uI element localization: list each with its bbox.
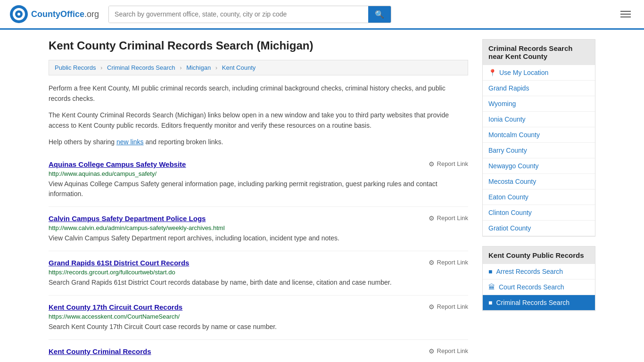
report-icon: ⚙ (429, 214, 435, 222)
result-item: Calvin Campus Safety Department Police L… (49, 207, 468, 251)
result-title[interactable]: Calvin Campus Safety Department Police L… (49, 214, 206, 222)
report-link-btn[interactable]: ⚙ Report Link (429, 303, 468, 311)
logo-icon (9, 5, 28, 24)
report-link-btn[interactable]: ⚙ Report Link (429, 214, 468, 222)
sidebar-nearby-section: Criminal Records Search near Kent County… (482, 39, 595, 237)
result-title[interactable]: Grand Rapids 61St District Court Records (49, 259, 189, 267)
svg-point-3 (17, 13, 20, 16)
court-records-icon: 🏛 (488, 283, 495, 291)
new-links-link[interactable]: new links (116, 138, 144, 146)
report-label: Report Link (437, 303, 468, 310)
result-desc: View Aquinas College Campus Safety gener… (49, 179, 468, 199)
result-header: Calvin Campus Safety Department Police L… (49, 214, 468, 222)
criminal-records-icon: ■ (488, 299, 492, 306)
breadcrumb-kent-county[interactable]: Kent County (222, 64, 256, 71)
report-link-btn[interactable]: ⚙ Report Link (429, 347, 468, 355)
breadcrumb-sep-2: › (180, 64, 182, 71)
result-header: Kent County 17th Circuit Court Records ⚙… (49, 303, 468, 311)
result-url: https://records.grcourt.org/fullcourtweb… (49, 269, 468, 276)
page-title: Kent County Criminal Records Search (Mic… (49, 39, 468, 52)
menu-button[interactable] (617, 9, 635, 19)
result-header: Aquinas College Campus Safety Website ⚙ … (49, 160, 468, 168)
sidebar-link-montcalm-county[interactable]: Montcalm County (483, 127, 595, 143)
sidebar-use-location[interactable]: 📍 Use My Location (483, 65, 595, 81)
result-url: https://www.accesskent.com/CourtNameSear… (49, 313, 468, 320)
search-button[interactable]: 🔍 (368, 6, 391, 23)
sidebar-link-newaygo-county[interactable]: Newaygo County (483, 158, 595, 174)
result-title[interactable]: Kent County 17th Circuit Court Records (49, 303, 182, 311)
use-my-location-link[interactable]: Use My Location (499, 69, 548, 76)
result-header: Grand Rapids 61St District Court Records… (49, 259, 468, 267)
report-icon: ⚙ (429, 259, 435, 266)
sidebar-link-ionia-county[interactable]: Ionia County (483, 112, 595, 127)
sidebar-link-mecosta-county[interactable]: Mecosta County (483, 174, 595, 189)
breadcrumb-michigan[interactable]: Michigan (186, 64, 211, 71)
result-title[interactable]: Kent County Criminal Records (49, 347, 151, 355)
sidebar-link-grand-rapids[interactable]: Grand Rapids (483, 81, 595, 96)
header: CountyOffice.org 🔍 (0, 0, 644, 30)
sidebar-link-clinton-county[interactable]: Clinton County (483, 205, 595, 221)
breadcrumb-sep-1: › (100, 64, 102, 71)
breadcrumb-public-records[interactable]: Public Records (55, 64, 96, 71)
report-icon: ⚙ (429, 160, 435, 168)
result-desc: Search Kent County 17th Circuit Court ca… (49, 322, 468, 332)
result-desc: View Calvin Campus Safety Department rep… (49, 233, 468, 243)
location-pin-icon: 📍 (488, 69, 496, 76)
search-input[interactable] (109, 6, 368, 23)
logo-text: CountyOffice.org (31, 9, 99, 19)
report-label: Report Link (437, 160, 468, 167)
arrest-records-label: Arrest Records Search (496, 268, 563, 275)
sidebar-arrest-records-link[interactable]: ■ Arrest Records Search (483, 264, 595, 280)
main-content: Kent County Criminal Records Search (Mic… (49, 39, 468, 362)
result-item: Kent County Criminal Records ⚙ Report Li… (49, 340, 468, 362)
sidebar-criminal-records-link[interactable]: ■ Criminal Records Search (483, 295, 595, 311)
result-url: http://www.calvin.edu/admin/campus-safet… (49, 224, 468, 231)
result-header: Kent County Criminal Records ⚙ Report Li… (49, 347, 468, 355)
result-item: Aquinas College Campus Safety Website ⚙ … (49, 153, 468, 207)
report-icon: ⚙ (429, 347, 435, 355)
report-label: Report Link (437, 259, 468, 266)
report-label: Report Link (437, 214, 468, 222)
search-bar: 🔍 (108, 6, 391, 23)
sidebar-link-eaton-county[interactable]: Eaton County (483, 189, 595, 205)
breadcrumb-criminal-records-search[interactable]: Criminal Records Search (107, 64, 175, 71)
arrest-records-icon: ■ (488, 268, 492, 275)
criminal-records-label: Criminal Records Search (496, 299, 570, 306)
report-label: Report Link (437, 347, 468, 354)
sidebar: Criminal Records Search near Kent County… (482, 39, 595, 362)
results-list: Aquinas College Campus Safety Website ⚙ … (49, 153, 468, 362)
result-desc: Search Grand Rapids 61st District Court … (49, 278, 468, 288)
sidebar-public-records-title: Kent County Public Records (483, 247, 595, 264)
description-para2: The Kent County Criminal Records Search … (49, 110, 468, 131)
result-item: Kent County 17th Circuit Court Records ⚙… (49, 296, 468, 340)
result-title[interactable]: Aquinas College Campus Safety Website (49, 160, 186, 168)
sidebar-link-barry-county[interactable]: Barry County (483, 143, 595, 158)
sidebar-link-wyoming[interactable]: Wyoming (483, 96, 595, 112)
court-records-label: Court Records Search (499, 283, 564, 291)
sidebar-link-gratiot-county[interactable]: Gratiot County (483, 221, 595, 236)
logo[interactable]: CountyOffice.org (9, 5, 99, 24)
breadcrumb-sep-3: › (215, 64, 217, 71)
content-wrapper: Kent County Criminal Records Search (Mic… (39, 30, 605, 362)
description-para3: Help others by sharing new links and rep… (49, 137, 468, 147)
report-link-btn[interactable]: ⚙ Report Link (429, 259, 468, 266)
report-icon: ⚙ (429, 303, 435, 311)
sidebar-nearby-title: Criminal Records Search near Kent County (483, 40, 595, 65)
report-link-btn[interactable]: ⚙ Report Link (429, 160, 468, 168)
result-url: http://www.aquinas.edu/campus_safety/ (49, 170, 468, 177)
breadcrumb: Public Records › Criminal Records Search… (49, 60, 468, 75)
sidebar-public-records-section: Kent County Public Records ■ Arrest Reco… (482, 246, 595, 311)
sidebar-court-records-link[interactable]: 🏛 Court Records Search (483, 280, 595, 295)
description-para1: Perform a free Kent County, MI public cr… (49, 83, 468, 104)
result-item: Grand Rapids 61St District Court Records… (49, 251, 468, 296)
